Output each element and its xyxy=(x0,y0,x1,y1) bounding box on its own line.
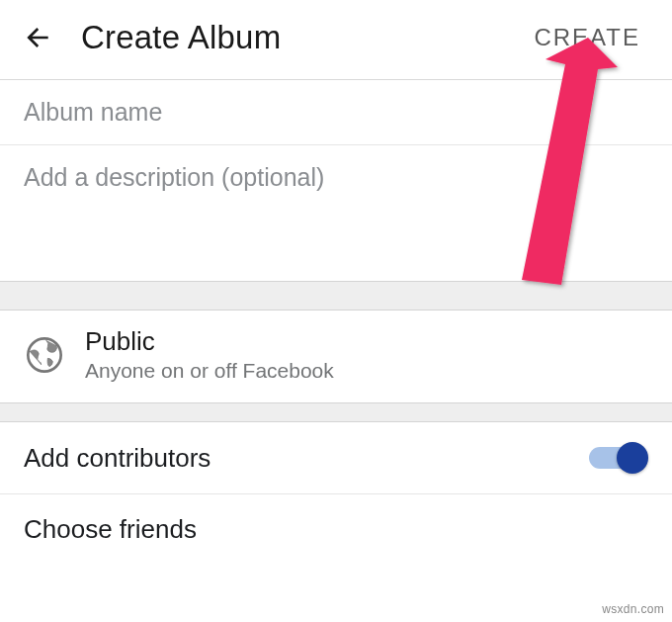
section-gap xyxy=(0,281,672,311)
album-name-section: Album name xyxy=(0,80,672,144)
section-gap xyxy=(0,402,672,422)
back-button[interactable] xyxy=(22,18,61,57)
privacy-row[interactable]: Public Anyone on or off Facebook xyxy=(0,311,672,402)
contributors-toggle[interactable] xyxy=(589,442,648,474)
description-section: Add a description (optional) xyxy=(0,145,672,281)
add-contributors-row[interactable]: Add contributors xyxy=(0,422,672,493)
album-name-field[interactable]: Album name xyxy=(0,80,672,144)
toggle-thumb xyxy=(617,442,648,474)
privacy-text: Public Anyone on or off Facebook xyxy=(85,326,334,383)
page-title: Create Album xyxy=(81,19,530,56)
back-arrow-icon xyxy=(22,22,53,53)
add-contributors-label: Add contributors xyxy=(24,443,210,474)
choose-friends-label: Choose friends xyxy=(24,514,197,545)
description-field[interactable]: Add a description (optional) xyxy=(0,145,672,281)
app-header: Create Album CREATE xyxy=(0,0,672,79)
privacy-title: Public xyxy=(85,326,334,357)
privacy-subtitle: Anyone on or off Facebook xyxy=(85,359,334,383)
create-button[interactable]: CREATE xyxy=(530,18,644,57)
globe-icon xyxy=(24,334,65,376)
watermark: wsxdn.com xyxy=(602,602,664,616)
choose-friends-row[interactable]: Choose friends xyxy=(0,494,672,565)
